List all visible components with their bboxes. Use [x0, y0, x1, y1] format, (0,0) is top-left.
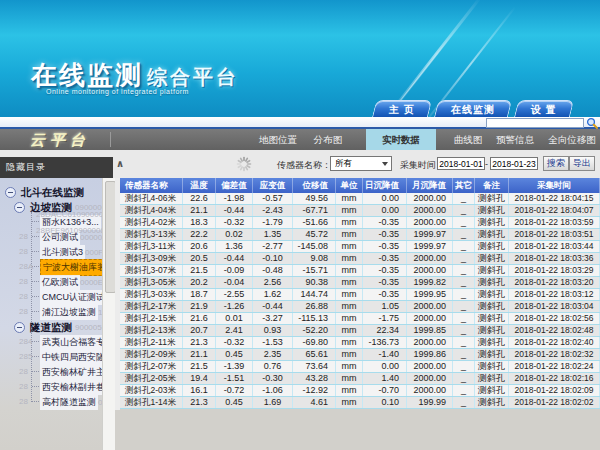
table-row[interactable]: 测斜孔2-15米21.60.01-3.27-115.13mm-1.752000.…	[120, 313, 600, 325]
table-cell: _	[453, 289, 475, 300]
table-row[interactable]: 测斜孔2-17米21.9-1.26-0.4426.88mm1.052000.00…	[120, 301, 600, 313]
table-cell: -1.79	[253, 217, 293, 228]
table-cell: -0.09	[216, 265, 253, 276]
tree-node[interactable]: 北斗在线监测	[0, 184, 102, 199]
tree-ghost-id: 900005E	[75, 323, 102, 332]
nav-item-4[interactable]: 曲线图	[450, 129, 486, 150]
column-header: 日沉降值	[363, 178, 407, 193]
table-cell: -52.20	[293, 325, 336, 336]
table-row[interactable]: 测斜孔2-05米19.4-1.51-0.3043.28mm1.402000.00…	[120, 373, 600, 385]
table-cell: 21.9	[183, 301, 216, 312]
tree-node[interactable]: 28高村隧道监测0FC	[0, 394, 102, 409]
column-header: 其它	[453, 178, 475, 193]
table-cell: 2018-01-22 18:03:20	[509, 277, 600, 288]
collapse-toolbar-icon[interactable]: ∧	[116, 158, 124, 169]
top-tab-label: 设 置	[531, 101, 557, 118]
table-cell: 1999.82	[407, 277, 453, 288]
table-row[interactable]: 测斜孔4-04米21.1-0.44-2.43-67.71mm0.002000.0…	[120, 205, 600, 217]
table-cell: 测斜孔	[475, 361, 509, 372]
table-cell: -67.71	[293, 205, 336, 216]
table-cell: -1.53	[253, 337, 293, 348]
tree-collapse-icon[interactable]	[14, 322, 25, 333]
table-cell: _	[453, 253, 475, 264]
tree-collapse-icon[interactable]	[5, 187, 16, 198]
tree-node[interactable]: 28亿欧测试0000E1	[0, 274, 102, 289]
date-from-input[interactable]	[437, 157, 485, 170]
tree-node[interactable]: 28北斗测试3000F7	[0, 244, 102, 259]
table-row[interactable]: 测斜孔2-11米21.3-0.32-1.53-69.80mm-136.73200…	[120, 337, 600, 349]
table-row[interactable]: 测斜孔2-13米20.72.410.93-52.20mm22.341999.85…	[120, 325, 600, 337]
tree-node[interactable]: 28A宁波大榭油库装车...	[0, 259, 102, 274]
loading-spinner-icon	[236, 156, 252, 172]
export-button[interactable]: 导出	[569, 156, 595, 171]
table-row[interactable]: 测斜孔3-07米21.5-0.09-0.48-15.71mm-0.352000.…	[120, 265, 600, 277]
sensor-select-value: 所有	[335, 158, 352, 168]
tree-node[interactable]: 284武夷山合福客专重...	[0, 334, 102, 349]
table-cell: _	[453, 193, 475, 204]
table-cell: -136.73	[363, 337, 407, 348]
search-button[interactable]: 搜索	[543, 156, 569, 171]
top-tab[interactable]: 在线监测	[434, 100, 512, 118]
column-header: 传感器名称	[120, 178, 183, 193]
table-cell: _	[453, 217, 475, 228]
table-cell: -0.44	[216, 205, 253, 216]
table-cell: -0.32	[216, 217, 253, 228]
tree-node[interactable]: 28西安榆林副井巷道...	[0, 379, 102, 394]
tree-collapse-icon[interactable]	[14, 202, 25, 213]
tree-node[interactable]: 隧道监测900005E	[0, 319, 102, 334]
table-cell: 20.6	[183, 241, 216, 252]
device-tree-sidebar: 北斗在线监测边坡监测090000C7丽水K136+3...28公司测试00000…	[0, 178, 102, 450]
table-cell: _	[453, 337, 475, 348]
nav-item-3[interactable]: 实时数据	[366, 129, 436, 150]
table-row[interactable]: 测斜孔3-05米20.2-0.042.5690.38mm-0.351999.82…	[120, 277, 600, 289]
tree-node[interactable]: 285中铁四局西安隧道...	[0, 349, 102, 364]
table-row[interactable]: 测斜孔2-03米16.1-0.72-1.06-12.92mm-0.702000.…	[120, 385, 600, 397]
search-icon[interactable]	[586, 117, 598, 129]
table-cell: mm	[336, 337, 363, 348]
table-cell: 1999.97	[407, 241, 453, 252]
table-cell: _	[453, 229, 475, 240]
table-cell: -2.55	[216, 289, 253, 300]
sidebar-scrollbar[interactable]	[102, 178, 115, 450]
table-cell: 2018-01-22 18:03:29	[509, 265, 600, 276]
nav-item-2[interactable]: 分布图	[310, 129, 346, 150]
tree-node[interactable]: 28浦江边坡监测1C	[0, 304, 102, 319]
tree-node[interactable]: 28西安榆林矿井主井...	[0, 364, 102, 379]
table-cell: 2018-01-22 18:03:12	[509, 289, 600, 300]
table-row[interactable]: 测斜孔3-03米18.7-2.551.62144.74mm-0.351999.9…	[120, 289, 600, 301]
nav-item-6[interactable]: 全向位移图	[544, 129, 600, 150]
table-cell: 测斜孔4-02米	[120, 217, 183, 228]
table-row[interactable]: 测斜孔3-11米20.61.36-2.77-145.08mm-0.351999.…	[120, 241, 600, 253]
table-row[interactable]: 测斜孔1-14米21.30.451.694.61mm0.10199.99_测斜孔…	[120, 397, 600, 409]
table-cell: -51.66	[293, 217, 336, 228]
table-cell: 2018-01-22 18:02:24	[509, 361, 600, 372]
table-cell: -0.35	[363, 229, 407, 240]
table-cell: 2.35	[253, 349, 293, 360]
date-to-input[interactable]	[490, 157, 538, 170]
table-cell: 2018-01-22 18:03:51	[509, 229, 600, 240]
table-row[interactable]: 测斜孔3-09米20.5-0.44-0.109.08mm-0.352000.00…	[120, 253, 600, 265]
tree-node[interactable]: 28CMCU认证测试	[0, 289, 102, 304]
table-cell: mm	[336, 397, 363, 408]
table-row[interactable]: 测斜孔4-02米18.3-0.32-1.79-51.66mm-0.352000.…	[120, 217, 600, 229]
nav-item-1[interactable]: 地图位置	[256, 129, 300, 150]
table-row[interactable]: 测斜孔3-13米22.20.021.3545.72mm-0.351999.97_…	[120, 229, 600, 241]
table-row[interactable]: 测斜孔2-07米21.5-1.390.7673.64mm0.002000.00_…	[120, 361, 600, 373]
table-cell: -145.08	[293, 241, 336, 252]
hide-directory-button[interactable]: 隐藏目录	[0, 157, 113, 178]
quick-search-input[interactable]	[486, 118, 584, 128]
table-cell: 1.69	[253, 397, 293, 408]
table-cell: 测斜孔	[475, 217, 509, 228]
table-cell: -115.13	[293, 313, 336, 324]
top-tab[interactable]: 主 页	[372, 100, 432, 118]
table-cell: -0.35	[363, 241, 407, 252]
top-tab[interactable]: 设 置	[514, 100, 574, 118]
table-cell: -2.43	[253, 205, 293, 216]
nav-item-5[interactable]: 预警信息	[492, 129, 538, 150]
sensor-select[interactable]: 所有	[330, 156, 392, 171]
table-cell: 0.45	[216, 349, 253, 360]
table-cell: 2018-01-22 18:03:59	[509, 217, 600, 228]
table-cell: 2018-01-22 18:03:36	[509, 253, 600, 264]
table-row[interactable]: 测斜孔4-06米22.6-1.98-0.5749.56mm0.002000.00…	[120, 193, 600, 205]
table-row[interactable]: 测斜孔2-09米21.10.452.3565.61mm-1.401999.86_…	[120, 349, 600, 361]
